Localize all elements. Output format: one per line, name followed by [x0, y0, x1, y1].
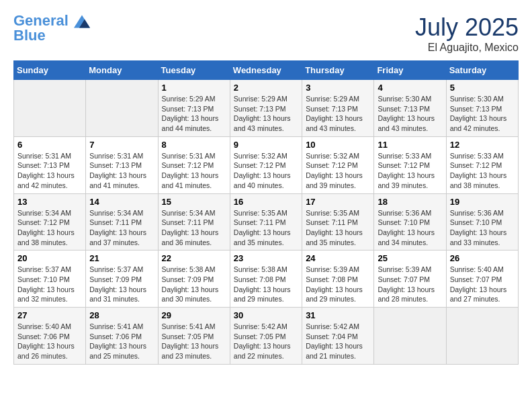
- day-number: 29: [162, 310, 226, 320]
- calendar-day-cell: 20Sunrise: 5:37 AMSunset: 7:10 PMDayligh…: [14, 250, 86, 308]
- day-of-week-header: Tuesday: [158, 61, 230, 80]
- day-info: Sunrise: 5:42 AMSunset: 7:05 PMDaylight:…: [234, 322, 298, 361]
- day-of-week-header: Friday: [374, 61, 446, 80]
- day-info: Sunrise: 5:30 AMSunset: 7:13 PMDaylight:…: [378, 94, 442, 134]
- day-info: Sunrise: 5:36 AMSunset: 7:10 PMDaylight:…: [378, 208, 442, 248]
- day-info: Sunrise: 5:37 AMSunset: 7:10 PMDaylight:…: [17, 265, 82, 304]
- day-of-week-header: Wednesday: [230, 61, 302, 80]
- day-number: 28: [89, 310, 154, 320]
- day-number: 8: [162, 140, 226, 150]
- day-info: Sunrise: 5:40 AMSunset: 7:07 PMDaylight:…: [450, 265, 515, 304]
- day-number: 10: [306, 140, 370, 150]
- day-number: 24: [306, 253, 370, 263]
- calendar-day-cell: 24Sunrise: 5:39 AMSunset: 7:08 PMDayligh…: [302, 250, 374, 308]
- day-info: Sunrise: 5:42 AMSunset: 7:04 PMDaylight:…: [306, 322, 370, 361]
- day-info: Sunrise: 5:33 AMSunset: 7:12 PMDaylight:…: [450, 151, 515, 191]
- calendar-day-cell: 2Sunrise: 5:29 AMSunset: 7:13 PMDaylight…: [230, 80, 302, 137]
- day-number: 6: [17, 140, 82, 150]
- calendar-day-cell: [14, 80, 86, 137]
- calendar-day-cell: 11Sunrise: 5:33 AMSunset: 7:12 PMDayligh…: [374, 136, 446, 193]
- day-info: Sunrise: 5:29 AMSunset: 7:13 PMDaylight:…: [234, 94, 298, 134]
- day-number: 17: [306, 197, 370, 207]
- day-number: 13: [17, 197, 82, 207]
- day-number: 26: [450, 253, 515, 263]
- day-number: 31: [306, 310, 370, 320]
- calendar-day-cell: 28Sunrise: 5:41 AMSunset: 7:06 PMDayligh…: [86, 308, 158, 365]
- day-info: Sunrise: 5:31 AMSunset: 7:13 PMDaylight:…: [17, 151, 82, 191]
- calendar-day-cell: 25Sunrise: 5:39 AMSunset: 7:07 PMDayligh…: [374, 250, 446, 308]
- calendar-day-cell: 14Sunrise: 5:34 AMSunset: 7:11 PMDayligh…: [86, 193, 158, 250]
- day-of-week-header: Monday: [86, 61, 158, 80]
- day-number: 9: [234, 140, 298, 150]
- calendar-day-cell: 22Sunrise: 5:38 AMSunset: 7:09 PMDayligh…: [158, 250, 230, 308]
- day-number: 1: [162, 83, 226, 93]
- day-number: 15: [162, 197, 226, 207]
- calendar-day-cell: [374, 308, 446, 365]
- calendar-day-cell: 13Sunrise: 5:34 AMSunset: 7:12 PMDayligh…: [14, 193, 86, 250]
- day-info: Sunrise: 5:30 AMSunset: 7:13 PMDaylight:…: [450, 94, 515, 134]
- calendar-day-cell: 9Sunrise: 5:32 AMSunset: 7:12 PMDaylight…: [230, 136, 302, 193]
- calendar-day-cell: 7Sunrise: 5:31 AMSunset: 7:13 PMDaylight…: [86, 136, 158, 193]
- day-info: Sunrise: 5:41 AMSunset: 7:05 PMDaylight:…: [162, 322, 226, 361]
- logo-text: General: [13, 13, 90, 28]
- day-info: Sunrise: 5:38 AMSunset: 7:09 PMDaylight:…: [162, 265, 226, 304]
- day-info: Sunrise: 5:38 AMSunset: 7:08 PMDaylight:…: [234, 265, 298, 304]
- day-info: Sunrise: 5:41 AMSunset: 7:06 PMDaylight:…: [89, 322, 154, 361]
- calendar-day-cell: [86, 80, 158, 137]
- day-number: 5: [450, 83, 515, 93]
- day-info: Sunrise: 5:33 AMSunset: 7:12 PMDaylight:…: [378, 151, 442, 191]
- calendar-day-cell: 27Sunrise: 5:40 AMSunset: 7:06 PMDayligh…: [14, 308, 86, 365]
- day-info: Sunrise: 5:32 AMSunset: 7:12 PMDaylight:…: [234, 151, 298, 191]
- calendar-day-cell: 3Sunrise: 5:29 AMSunset: 7:13 PMDaylight…: [302, 80, 374, 137]
- day-info: Sunrise: 5:34 AMSunset: 7:11 PMDaylight:…: [89, 208, 154, 248]
- day-info: Sunrise: 5:37 AMSunset: 7:09 PMDaylight:…: [89, 265, 154, 304]
- calendar-day-cell: 19Sunrise: 5:36 AMSunset: 7:10 PMDayligh…: [446, 193, 518, 250]
- calendar-day-cell: [446, 308, 518, 365]
- day-info: Sunrise: 5:36 AMSunset: 7:10 PMDaylight:…: [450, 208, 515, 248]
- day-number: 11: [378, 140, 442, 150]
- calendar-week-row: 13Sunrise: 5:34 AMSunset: 7:12 PMDayligh…: [14, 193, 519, 250]
- day-info: Sunrise: 5:34 AMSunset: 7:12 PMDaylight:…: [17, 208, 82, 248]
- day-info: Sunrise: 5:29 AMSunset: 7:13 PMDaylight:…: [162, 94, 226, 134]
- day-info: Sunrise: 5:35 AMSunset: 7:11 PMDaylight:…: [306, 208, 370, 248]
- calendar-day-cell: 16Sunrise: 5:35 AMSunset: 7:11 PMDayligh…: [230, 193, 302, 250]
- day-info: Sunrise: 5:35 AMSunset: 7:11 PMDaylight:…: [234, 208, 298, 248]
- calendar-day-cell: 21Sunrise: 5:37 AMSunset: 7:09 PMDayligh…: [86, 250, 158, 308]
- calendar-week-row: 6Sunrise: 5:31 AMSunset: 7:13 PMDaylight…: [14, 136, 519, 193]
- calendar-day-cell: 6Sunrise: 5:31 AMSunset: 7:13 PMDaylight…: [14, 136, 86, 193]
- calendar-week-row: 1Sunrise: 5:29 AMSunset: 7:13 PMDaylight…: [14, 80, 519, 137]
- day-info: Sunrise: 5:39 AMSunset: 7:08 PMDaylight:…: [306, 265, 370, 304]
- calendar-day-cell: 26Sunrise: 5:40 AMSunset: 7:07 PMDayligh…: [446, 250, 518, 308]
- day-number: 3: [306, 83, 370, 93]
- day-info: Sunrise: 5:31 AMSunset: 7:13 PMDaylight:…: [89, 151, 154, 191]
- calendar-subtitle: El Aguajito, Mexico: [415, 42, 519, 54]
- calendar-table: SundayMondayTuesdayWednesdayThursdayFrid…: [13, 60, 519, 365]
- day-number: 4: [378, 83, 442, 93]
- calendar-day-cell: 5Sunrise: 5:30 AMSunset: 7:13 PMDaylight…: [446, 80, 518, 137]
- day-number: 2: [234, 83, 298, 93]
- calendar-day-cell: 17Sunrise: 5:35 AMSunset: 7:11 PMDayligh…: [302, 193, 374, 250]
- calendar-day-cell: 15Sunrise: 5:34 AMSunset: 7:11 PMDayligh…: [158, 193, 230, 250]
- day-info: Sunrise: 5:32 AMSunset: 7:12 PMDaylight:…: [306, 151, 370, 191]
- calendar-day-cell: 12Sunrise: 5:33 AMSunset: 7:12 PMDayligh…: [446, 136, 518, 193]
- day-number: 27: [17, 310, 82, 320]
- calendar-day-cell: 10Sunrise: 5:32 AMSunset: 7:12 PMDayligh…: [302, 136, 374, 193]
- day-number: 14: [89, 197, 154, 207]
- day-of-week-header: Thursday: [302, 61, 374, 80]
- calendar-day-cell: 23Sunrise: 5:38 AMSunset: 7:08 PMDayligh…: [230, 250, 302, 308]
- calendar-day-cell: 4Sunrise: 5:30 AMSunset: 7:13 PMDaylight…: [374, 80, 446, 137]
- day-info: Sunrise: 5:31 AMSunset: 7:12 PMDaylight:…: [162, 151, 226, 191]
- day-of-week-header: Sunday: [14, 61, 86, 80]
- day-number: 25: [378, 253, 442, 263]
- logo: General Blue: [13, 13, 90, 43]
- day-of-week-header: Saturday: [446, 61, 518, 80]
- day-info: Sunrise: 5:39 AMSunset: 7:07 PMDaylight:…: [378, 265, 442, 304]
- day-number: 18: [378, 197, 442, 207]
- day-info: Sunrise: 5:29 AMSunset: 7:13 PMDaylight:…: [306, 94, 370, 134]
- calendar-week-row: 27Sunrise: 5:40 AMSunset: 7:06 PMDayligh…: [14, 308, 519, 365]
- title-block: July 2025 El Aguajito, Mexico: [415, 13, 519, 54]
- calendar-header-row: SundayMondayTuesdayWednesdayThursdayFrid…: [14, 61, 519, 80]
- calendar-title: July 2025: [415, 13, 519, 42]
- logo-blue: Blue: [13, 28, 90, 43]
- day-number: 12: [450, 140, 515, 150]
